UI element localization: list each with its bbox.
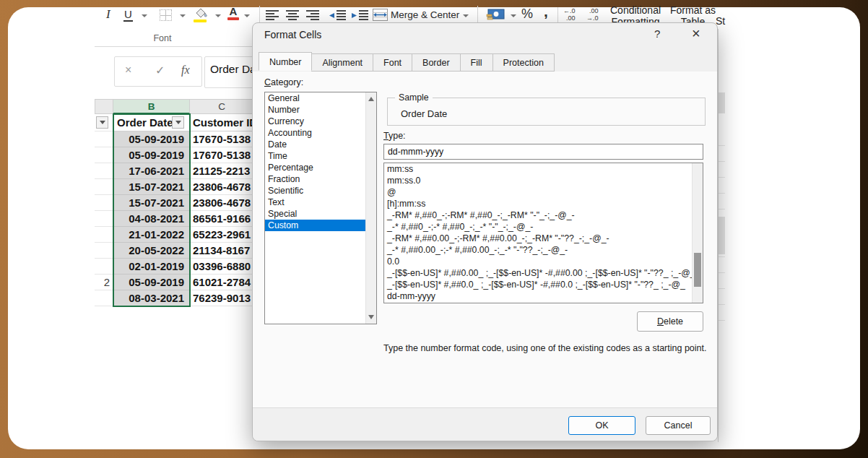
increase-decimal-button[interactable]: ←.0 .00 (563, 7, 576, 22)
cell-customer-id[interactable]: 86561-9166 (190, 211, 254, 227)
table-row: 17-06-2021 21125-2213 (95, 163, 254, 179)
sample-groupbox: Sample Order Date (387, 98, 706, 126)
filter-button-order-date[interactable] (172, 116, 184, 129)
fill-color-button[interactable] (194, 7, 208, 22)
scrollbar-thumb[interactable] (694, 253, 701, 287)
tab-number[interactable]: Number (259, 52, 312, 71)
cell-customer-id[interactable]: 23806-4678 (190, 195, 254, 211)
comma-style-button[interactable]: , (544, 3, 548, 20)
cell-order-date[interactable]: 05-09-2019 (113, 275, 190, 290)
scroll-down-icon[interactable] (368, 315, 374, 319)
cell-order-date[interactable]: 20-05-2022 (113, 243, 190, 259)
category-item-percentage[interactable]: Percentage (265, 162, 376, 173)
table-row: 08-03-2021 76239-9013 (95, 290, 254, 306)
type-option[interactable]: [h]:mm:ss (384, 198, 703, 209)
decrease-decimal-button[interactable]: .00 →.0 (586, 7, 599, 22)
header-cell-customer-id[interactable]: Customer ID (190, 114, 254, 131)
category-item-special[interactable]: Special (265, 208, 376, 220)
cell-customer-id[interactable]: 17670-5138 (190, 147, 254, 163)
underline-dropdown-icon[interactable] (142, 14, 147, 17)
tab-alignment[interactable]: Alignment (311, 53, 373, 72)
cell-order-date[interactable]: 15-07-2021 (113, 195, 190, 211)
cancel-entry-icon[interactable]: × (125, 64, 131, 77)
table-row: 04-08-2021 86561-9166 (95, 211, 254, 227)
type-option[interactable]: mm:ss.0 (384, 175, 703, 186)
type-option[interactable]: @ (384, 186, 703, 198)
cell-order-date[interactable]: 21-01-2022 (113, 227, 190, 243)
row-number-cell: 2 (95, 275, 113, 290)
merge-center-dropdown-icon[interactable] (463, 14, 469, 17)
scroll-up-icon[interactable] (368, 97, 374, 101)
delete-button[interactable]: Delete (637, 311, 703, 332)
type-option[interactable]: mm:ss (384, 163, 703, 175)
font-color-dropdown-icon[interactable] (244, 14, 250, 17)
category-item-date[interactable]: Date (265, 139, 376, 150)
merge-center-button[interactable] (373, 9, 388, 24)
fill-color-dropdown-icon[interactable] (215, 14, 221, 17)
type-option[interactable]: _-[$$-en-US]* #,##0.0_ ;_-[$$-en-US]* -#… (384, 279, 703, 290)
type-option[interactable]: _-* #,##0_-;-* #,##0_-;_-* "-"_-;_-@_- (384, 221, 703, 233)
cell-order-date[interactable]: 15-07-2021 (113, 179, 190, 195)
column-header-c[interactable]: C (190, 99, 254, 114)
close-button[interactable]: × (692, 25, 700, 42)
column-header-a-partial[interactable] (95, 99, 113, 114)
italic-button[interactable]: I (106, 7, 110, 22)
category-scrollbar[interactable] (365, 92, 376, 324)
tab-border[interactable]: Border (412, 53, 461, 72)
column-header-b[interactable]: B (113, 99, 190, 114)
cell-order-date[interactable]: 05-09-2019 (113, 131, 190, 147)
cell-customer-id[interactable]: 21134-8167 (190, 243, 254, 259)
filter-button-col-a[interactable] (96, 116, 108, 129)
cell-customer-id[interactable]: 03396-6880 (190, 259, 254, 275)
merge-center-label[interactable]: Merge & Center (391, 9, 459, 20)
tab-font[interactable]: Font (373, 53, 412, 72)
category-item-custom-selected[interactable]: Custom (265, 220, 365, 231)
category-item-time[interactable]: Time (265, 150, 376, 162)
borders-dropdown-icon[interactable] (180, 14, 186, 17)
cell-order-date[interactable]: 17-06-2021 (113, 163, 190, 179)
category-item-scientific[interactable]: Scientific (265, 185, 376, 196)
help-button[interactable]: ? (654, 27, 660, 40)
table-row: 20-05-2022 21134-8167 (95, 243, 254, 259)
category-item-general[interactable]: General (265, 92, 376, 104)
type-option[interactable]: 0.0 (384, 256, 703, 267)
cell-order-date[interactable]: 08-03-2021 (113, 290, 190, 306)
category-item-number[interactable]: Number (265, 104, 376, 116)
category-item-accounting[interactable]: Accounting (265, 127, 376, 139)
tab-protection[interactable]: Protection (492, 53, 555, 72)
cell-customer-id[interactable]: 65223-2961 (190, 227, 254, 243)
type-option[interactable]: dd-mm-yyyy (384, 290, 703, 302)
type-input[interactable] (383, 144, 703, 160)
cancel-button[interactable]: Cancel (646, 416, 711, 435)
underline-button[interactable]: U (123, 8, 133, 22)
tab-fill[interactable]: Fill (460, 53, 493, 72)
type-option[interactable]: _-RM* #,##0.00_-;-RM* #,##0.00_-;_-RM* "… (384, 233, 703, 244)
dialog-body: Category: General Number Currency Accoun… (253, 72, 717, 409)
row-number-cell (95, 259, 113, 275)
borders-icon[interactable] (160, 9, 172, 21)
conditional-formatting-label-line1: Conditional (610, 4, 661, 16)
cell-customer-id[interactable]: 23806-4678 (190, 179, 254, 195)
percent-style-button[interactable]: % (521, 7, 533, 22)
accounting-dropdown-icon[interactable] (511, 14, 516, 17)
font-color-button[interactable]: A (227, 6, 239, 20)
insert-function-icon[interactable]: fx (181, 64, 190, 77)
type-option[interactable]: _-* #,##0.00_-;-* #,##0.00_-;_-* "-"??_-… (384, 244, 703, 256)
cell-customer-id[interactable]: 17670-5138 (190, 131, 254, 147)
font-color-swatch (227, 17, 239, 20)
sample-label: Sample (395, 92, 433, 103)
enter-entry-icon[interactable]: ✓ (155, 64, 165, 77)
cell-order-date[interactable]: 05-09-2019 (113, 147, 190, 163)
category-item-text[interactable]: Text (265, 196, 376, 208)
type-option[interactable]: _-[$$-en-US]* #,##0.00_ ;_-[$$-en-US]* -… (384, 267, 703, 279)
ok-button[interactable]: OK (568, 416, 635, 435)
cell-customer-id[interactable]: 76239-9013 (190, 290, 254, 306)
type-scrollbar[interactable] (692, 163, 703, 303)
category-item-currency[interactable]: Currency (265, 116, 376, 127)
type-option[interactable]: _-RM* #,##0_-;-RM* #,##0_-;_-RM* "-"_-;_… (384, 209, 703, 221)
cell-customer-id[interactable]: 61021-2784 (190, 275, 254, 290)
cell-customer-id[interactable]: 21125-2213 (190, 163, 254, 179)
cell-order-date[interactable]: 02-01-2019 (113, 259, 190, 275)
category-item-fraction[interactable]: Fraction (265, 173, 376, 185)
cell-order-date[interactable]: 04-08-2021 (113, 211, 190, 227)
